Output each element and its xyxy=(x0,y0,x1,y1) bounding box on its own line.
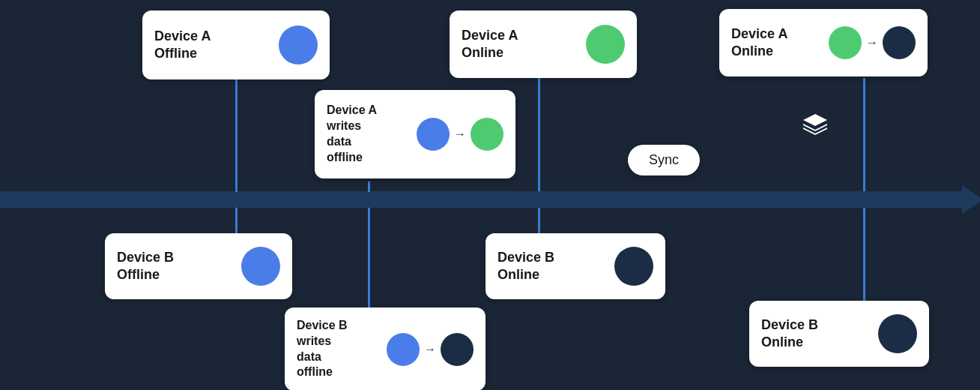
card-device-b-online2: Device B Online xyxy=(749,301,929,367)
sync-pill: Sync xyxy=(628,145,700,176)
layers-icon xyxy=(803,114,827,138)
card-device-a-online2-icons: → xyxy=(829,26,916,59)
timeline xyxy=(0,191,967,208)
connector-device-a-writes xyxy=(368,182,370,192)
arrow-3: → xyxy=(424,343,436,356)
connector-device-b-writes xyxy=(368,208,370,308)
card-device-b-writes-icons: → xyxy=(387,333,474,366)
card-device-a-writes: Device A writes data offline → xyxy=(315,90,515,178)
circle-dark-2 xyxy=(441,333,474,366)
connector-device-b-online1 xyxy=(538,208,540,233)
circle-blue xyxy=(279,26,318,64)
card-device-b-online2-label: Device B Online xyxy=(761,316,818,352)
circle-green-1 xyxy=(471,118,503,151)
circle-dark-4 xyxy=(878,314,917,353)
card-device-b-offline-label: Device B Offline xyxy=(117,249,174,284)
card-device-b-writes: Device B writes data offline → xyxy=(285,308,486,390)
connector-device-a-online2 xyxy=(863,78,865,191)
card-device-b-online1: Device B Online xyxy=(486,233,665,299)
connector-device-b-online2 xyxy=(863,208,865,301)
arrow-1: → xyxy=(454,128,466,141)
circle-green-3 xyxy=(829,26,862,59)
circle-green-2 xyxy=(586,25,625,64)
circle-blue-4 xyxy=(387,333,420,366)
card-device-a-writes-icons: → xyxy=(417,118,503,151)
card-device-a-offline-icons xyxy=(279,26,318,64)
card-device-a-offline-label: Device A Offline xyxy=(154,28,211,63)
card-device-a-online1-icons xyxy=(586,25,625,64)
connector-device-a-offline xyxy=(235,80,238,192)
card-device-b-writes-label: Device B writes data offline xyxy=(297,318,348,380)
svg-marker-0 xyxy=(803,114,827,126)
card-device-b-online1-icons xyxy=(614,247,653,286)
connector-device-b-offline xyxy=(235,208,238,233)
card-device-a-online2: Device A Online → xyxy=(719,9,928,76)
card-device-a-offline: Device A Offline xyxy=(142,10,330,80)
circle-blue-2 xyxy=(417,118,450,151)
arrow-2: → xyxy=(866,36,878,50)
card-device-a-online1: Device A Online xyxy=(450,10,637,78)
card-device-b-online2-icons xyxy=(878,314,917,353)
sync-label: Sync xyxy=(649,152,679,167)
card-device-a-writes-label: Device A writes data offline xyxy=(327,103,377,165)
circle-dark-3 xyxy=(614,247,653,286)
card-device-a-online2-label: Device A Online xyxy=(731,26,787,61)
card-device-a-online1-label: Device A Online xyxy=(462,27,518,62)
card-device-b-online1-label: Device B Online xyxy=(497,249,554,284)
connector-device-a-online1 xyxy=(538,78,540,191)
circle-blue-3 xyxy=(241,247,280,286)
card-device-b-offline-icons xyxy=(241,247,280,286)
card-device-b-offline: Device B Offline xyxy=(105,233,292,299)
circle-dark-1 xyxy=(883,26,916,59)
